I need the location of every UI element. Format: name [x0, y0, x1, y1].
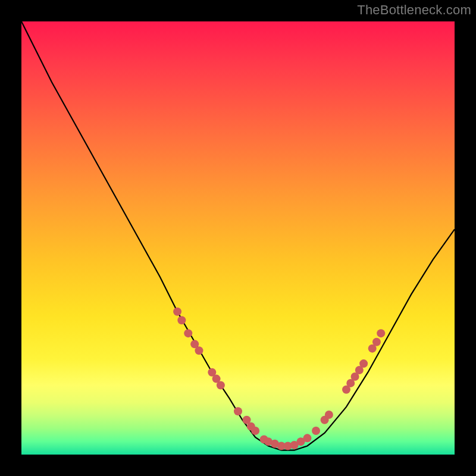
curve-marker: [173, 308, 181, 316]
marker-group: [173, 308, 385, 450]
curve-marker: [325, 411, 333, 419]
curve-marker: [184, 329, 192, 337]
bottleneck-curve-path: [21, 21, 455, 450]
curve-marker: [377, 329, 385, 337]
curve-marker: [359, 359, 368, 368]
watermark-text: TheBottleneck.com: [357, 2, 471, 18]
chart-frame: TheBottleneck.com: [0, 0, 476, 476]
curve-marker: [234, 407, 242, 415]
curve-marker: [303, 434, 311, 442]
curve-marker: [195, 346, 203, 355]
curve-marker: [312, 427, 320, 435]
curve-layer: [21, 21, 455, 455]
curve-marker: [372, 338, 381, 346]
plot-area: [21, 21, 455, 455]
curve-marker: [177, 316, 186, 324]
curve-marker: [217, 381, 225, 390]
curve-marker: [251, 427, 259, 435]
